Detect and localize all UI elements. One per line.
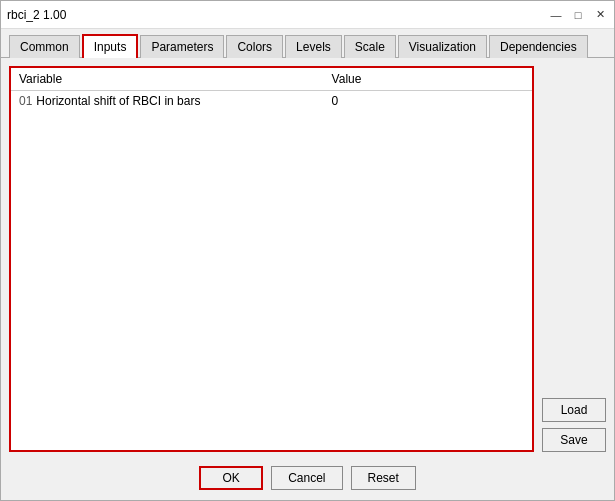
minimize-button[interactable]: — — [548, 7, 564, 23]
table-row[interactable]: 01Horizontal shift of RBCI in bars 0 — [11, 91, 532, 112]
tab-visualization[interactable]: Visualization — [398, 35, 487, 58]
title-bar: rbci_2 1.00 — □ ✕ — [1, 1, 614, 29]
value-cell: 0 — [324, 91, 532, 112]
right-buttons: Load Save — [542, 66, 606, 452]
main-layout: Variable Value 01Horizontal shift of RBC… — [1, 58, 614, 460]
tab-parameters[interactable]: Parameters — [140, 35, 224, 58]
tab-scale[interactable]: Scale — [344, 35, 396, 58]
tab-dependencies[interactable]: Dependencies — [489, 35, 588, 58]
save-button[interactable]: Save — [542, 428, 606, 452]
inputs-table: Variable Value 01Horizontal shift of RBC… — [11, 68, 532, 111]
tab-levels[interactable]: Levels — [285, 35, 342, 58]
row-index: 01 — [19, 94, 32, 108]
window-title: rbci_2 1.00 — [7, 8, 66, 22]
ok-button[interactable]: OK — [199, 466, 263, 490]
tab-common[interactable]: Common — [9, 35, 80, 58]
close-button[interactable]: ✕ — [592, 7, 608, 23]
maximize-button[interactable]: □ — [570, 7, 586, 23]
tab-bar: Common Inputs Parameters Colors Levels S… — [1, 29, 614, 58]
tab-inputs[interactable]: Inputs — [82, 34, 139, 58]
tab-colors[interactable]: Colors — [226, 35, 283, 58]
main-window: rbci_2 1.00 — □ ✕ Common Inputs Paramete… — [0, 0, 615, 501]
window-controls: — □ ✕ — [548, 7, 608, 23]
load-button[interactable]: Load — [542, 398, 606, 422]
variable-cell: 01Horizontal shift of RBCI in bars — [11, 91, 324, 112]
row-variable: Horizontal shift of RBCI in bars — [36, 94, 200, 108]
inputs-table-wrapper: Variable Value 01Horizontal shift of RBC… — [9, 66, 534, 452]
col-header-value: Value — [324, 68, 532, 91]
reset-button[interactable]: Reset — [351, 466, 416, 490]
cancel-button[interactable]: Cancel — [271, 466, 342, 490]
footer: OK Cancel Reset — [1, 460, 614, 500]
col-header-variable: Variable — [11, 68, 324, 91]
